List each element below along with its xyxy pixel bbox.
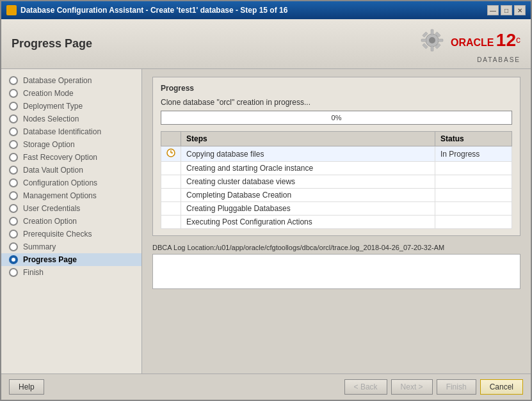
step-label: Creating and starting Oracle instance [181,162,435,175]
page-title: Progress Page [12,37,92,51]
step-status [435,162,512,175]
step-icon-cell [161,189,181,202]
step-status [435,202,512,216]
active-dot-icon [11,257,16,262]
main-window: Database Configuration Assistant - Creat… [0,0,532,401]
sidebar-dot [9,114,18,123]
table-row: Executing Post Configuration Actions [161,216,512,229]
table-row: Completing Database Creation [161,189,512,202]
sidebar-item-finish[interactable]: Finish [1,266,141,279]
sidebar-item-summary[interactable]: Summary [1,240,141,253]
progress-bar-container: 0% [161,111,512,125]
sidebar-dot [9,127,18,136]
footer-left: Help [9,379,44,395]
sidebar-dot [9,268,18,277]
sidebar-dot [9,191,18,200]
oracle-sup: c [516,35,520,45]
svg-rect-4 [431,29,433,35]
step-icon-cell [161,162,181,175]
gear-icon [416,24,448,56]
progress-percent: 0% [332,114,342,122]
step-status [435,216,512,229]
minimize-button[interactable]: — [487,5,499,15]
sidebar-item-database-identification[interactable]: Database Identification [1,125,141,138]
window-controls: — □ ✕ [487,5,526,15]
content-area: Database Operation Creation Mode Deploym… [1,69,531,373]
sidebar-item-user-credentials[interactable]: User Credentials [1,202,141,215]
table-row: Creating and starting Oracle instance [161,162,512,175]
back-button[interactable]: < Back [344,379,387,395]
step-label: Executing Post Configuration Actions [181,216,435,229]
oracle-logo: ORACLE 12c DATABASE [411,24,520,63]
progress-group: Progress Clone database "orcl" creation … [152,77,520,236]
step-status [435,189,512,202]
step-status: In Progress [435,146,512,162]
steps-table: Steps Status Copying database filesIn Pr… [161,131,512,229]
step-status [435,175,512,189]
oracle-brand: ORACLE [451,37,494,48]
titlebar-left: Database Configuration Assistant - Creat… [6,5,287,15]
oracle-version: 12 [496,30,516,50]
status-column-header: Status [435,132,512,146]
finish-button[interactable]: Finish [437,379,476,395]
sidebar-item-storage-option[interactable]: Storage Option [1,138,141,151]
sidebar-dot [9,76,18,85]
footer-right: < Back Next > Finish Cancel [344,379,523,395]
clock-icon [166,148,175,157]
main-content: Progress Clone database "orcl" creation … [142,69,531,373]
oracle-db-label: DATABASE [477,56,520,63]
sidebar-dot [9,153,18,162]
header: Progress Page [1,19,531,69]
step-label: Copying database files [181,146,435,162]
app-icon [6,5,17,15]
svg-point-1 [10,8,13,12]
help-button[interactable]: Help [9,379,44,395]
progress-status-label: Clone database "orcl" creation in progre… [161,98,512,107]
table-row: Creating Pluggable Databases [161,202,512,216]
progress-group-title: Progress [161,84,512,93]
table-row: Creating cluster database views [161,175,512,189]
log-location: DBCA Log Location:/u01/app/oracle/cfgtoo… [152,244,520,251]
sidebar-dot [9,178,18,187]
step-icon-cell [161,146,181,162]
close-button[interactable]: ✕ [514,5,526,15]
svg-rect-6 [421,39,426,42]
sidebar-item-deployment-type[interactable]: Deployment Type [1,100,141,113]
step-icon-cell [161,175,181,189]
sidebar-item-prerequisite-checks[interactable]: Prerequisite Checks [1,228,141,240]
log-area [152,254,520,289]
sidebar-dot [9,89,18,98]
sidebar-item-management-options[interactable]: Management Options [1,189,141,202]
svg-point-3 [429,37,435,43]
step-icon-cell [161,202,181,216]
sidebar-dot [9,102,18,111]
sidebar-item-creation-option[interactable]: Creation Option [1,215,141,228]
sidebar-dot [9,217,18,226]
sidebar-item-fast-recovery-option[interactable]: Fast Recovery Option [1,151,141,164]
next-button[interactable]: Next > [391,379,433,395]
sidebar-item-configuration-options[interactable]: Configuration Options [1,177,141,189]
steps-icon-header [161,132,181,146]
step-label: Completing Database Creation [181,189,435,202]
cancel-button[interactable]: Cancel [480,379,523,395]
sidebar-item-progress-page[interactable]: Progress Page [1,253,141,266]
step-label: Creating Pluggable Databases [181,202,435,216]
sidebar-dot [9,166,18,175]
sidebar-item-data-vault-option[interactable]: Data Vault Option [1,164,141,177]
sidebar-dot [9,242,18,251]
sidebar: Database Operation Creation Mode Deploym… [1,69,142,373]
sidebar-dot [9,204,18,213]
sidebar-dot-active [9,255,18,264]
footer: Help < Back Next > Finish Cancel [1,373,531,400]
titlebar: Database Configuration Assistant - Creat… [1,1,531,19]
window-title: Database Configuration Assistant - Creat… [20,6,287,15]
sidebar-item-database-operation[interactable]: Database Operation [1,74,141,87]
step-icon-cell [161,216,181,229]
sidebar-item-creation-mode[interactable]: Creation Mode [1,87,141,100]
maximize-button[interactable]: □ [501,5,512,15]
sidebar-dot [9,140,18,149]
svg-rect-5 [431,46,433,51]
svg-rect-7 [438,39,443,42]
svg-point-12 [12,258,15,262]
sidebar-item-nodes-selection[interactable]: Nodes Selection [1,113,141,125]
